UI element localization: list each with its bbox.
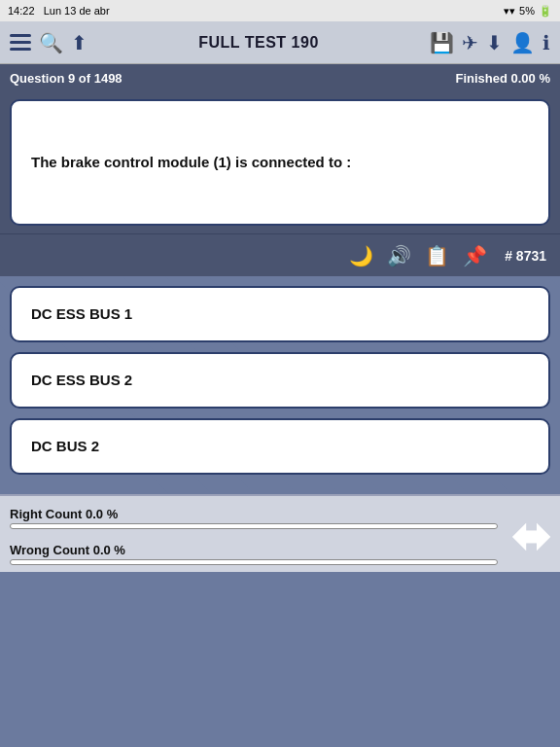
pin-icon[interactable]: 📌 xyxy=(463,244,487,267)
moon-icon[interactable]: 🌙 xyxy=(349,244,373,267)
nav-title: FULL TEST 190 xyxy=(198,34,319,52)
share-icon[interactable]: ⬆ xyxy=(71,31,88,54)
toolbar: 🌙 🔊 📋 📌 # 8731 xyxy=(0,233,560,276)
question-area: The brake control module (1) is connecte… xyxy=(0,91,560,233)
user-icon[interactable]: 👤 xyxy=(510,31,535,54)
battery-bar: 🔋 xyxy=(539,5,552,18)
edit-icon[interactable]: 📋 xyxy=(425,244,449,267)
answer-label-1: DC ESS BUS 1 xyxy=(31,305,132,322)
battery-icon: 5% xyxy=(519,5,535,17)
wrong-count-row: Wrong Count 0.0 % xyxy=(10,543,498,565)
stats-panel: Right Count 0.0 % Wrong Count 0.0 % xyxy=(10,500,508,572)
info-icon[interactable]: ℹ xyxy=(542,31,550,54)
download-icon[interactable]: ⬇ xyxy=(486,31,503,54)
status-bar: 14:22 Lun 13 de abr ▾▾ 5% 🔋 xyxy=(0,0,560,21)
menu-icon[interactable] xyxy=(10,34,31,51)
answer-label-3: DC BUS 2 xyxy=(31,438,99,454)
question-counter: Question 9 of 1498 xyxy=(10,71,122,86)
status-right: ▾▾ 5% 🔋 xyxy=(504,5,552,18)
answer-label-2: DC ESS BUS 2 xyxy=(31,372,132,388)
question-number: # 8731 xyxy=(505,248,546,264)
right-count-row: Right Count 0.0 % xyxy=(10,507,498,529)
status-time-date: 14:22 Lun 13 de abr xyxy=(8,5,110,17)
nav-left-icons: 🔍 ⬆ xyxy=(10,31,88,54)
answer-option-2[interactable]: DC ESS BUS 2 xyxy=(10,352,550,409)
wifi-icon: ▾▾ xyxy=(504,5,515,18)
nav-arrows[interactable]: ⬌ xyxy=(508,500,550,572)
question-box: The brake control module (1) is connecte… xyxy=(10,99,550,226)
wrong-count-label: Wrong Count 0.0 % xyxy=(10,543,498,557)
answer-option-1[interactable]: DC ESS BUS 1 xyxy=(10,286,550,342)
question-header: Question 9 of 1498 Finished 0.00 % xyxy=(0,64,560,91)
airplane-icon[interactable]: ✈ xyxy=(462,31,478,54)
wrong-count-bar xyxy=(10,559,498,565)
finished-percentage: Finished 0.00 % xyxy=(455,71,550,86)
right-count-label: Right Count 0.0 % xyxy=(10,507,498,521)
search-icon[interactable]: 🔍 xyxy=(39,31,63,54)
right-count-bar xyxy=(10,523,498,529)
nav-right-icons: 💾 ✈ ⬇ 👤 ℹ xyxy=(430,31,550,54)
nav-bar: 🔍 ⬆ FULL TEST 190 💾 ✈ ⬇ 👤 ℹ xyxy=(0,21,560,64)
left-right-arrow-icon[interactable]: ⬌ xyxy=(511,509,546,563)
answer-option-3[interactable]: DC BUS 2 xyxy=(10,418,550,475)
question-text: The brake control module (1) is connecte… xyxy=(31,152,351,174)
bottom-bar: Right Count 0.0 % Wrong Count 0.0 % ⬌ xyxy=(0,494,560,572)
save-icon[interactable]: 💾 xyxy=(430,31,454,54)
volume-icon[interactable]: 🔊 xyxy=(387,244,411,267)
answers-area: DC ESS BUS 1 DC ESS BUS 2 DC BUS 2 xyxy=(0,276,560,494)
